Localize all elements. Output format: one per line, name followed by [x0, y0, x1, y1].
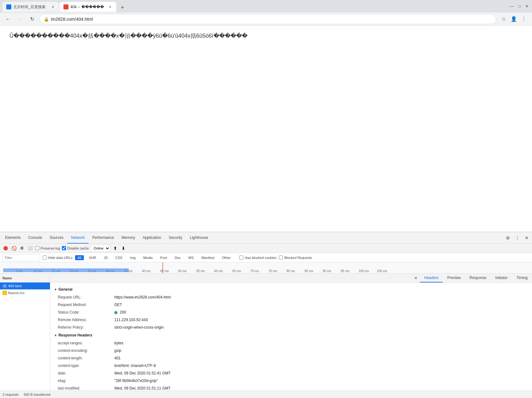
devtools-settings-icon[interactable]: ⚙ [504, 234, 512, 242]
headers-tab-headers[interactable]: Headers [420, 274, 443, 282]
request-url-value[interactable]: https://www.im2828.com/404.html [114, 294, 528, 300]
devtools-tab-security[interactable]: Security [165, 232, 186, 244]
import-button[interactable]: ⬆ [112, 245, 118, 251]
remote-address-label: Remote Address: [58, 317, 114, 323]
file-item-404[interactable]: H 404.html [0, 282, 50, 289]
content-encoding-value: gzip [114, 348, 528, 353]
record-button[interactable] [3, 245, 9, 251]
headers-tab-timing[interactable]: Timing [512, 274, 532, 282]
devtools-tab-network[interactable]: Network [67, 232, 89, 244]
filter-type-img[interactable]: Img [128, 255, 138, 260]
tab-title-baidu: 北京时间_百度搜索 [13, 4, 46, 10]
date-row: date: Wed, 09 Dec 2020 01:51:41 GMT [50, 369, 532, 377]
remote-address-value: 111.229.103.92:443 [114, 317, 528, 323]
tab-close-baidu[interactable]: ✕ [50, 4, 55, 9]
filter-type-xhr[interactable]: XHR [86, 255, 99, 260]
tick-40ms: 40 ms [142, 269, 150, 273]
url-box[interactable]: 🔒 im2828.com/404.html [40, 14, 496, 24]
panel-close-button[interactable]: ✕ [412, 274, 420, 282]
headers-tab-response[interactable]: Response [465, 274, 491, 282]
devtools-tab-sources[interactable]: Sources [46, 232, 67, 244]
devtools-toolbar-icons: ⚙ ⋮ ✕ [504, 234, 531, 242]
tab-baidu[interactable]: 北京时间_百度搜索 ✕ [3, 2, 59, 12]
tick-85ms: 85 ms [305, 269, 313, 273]
new-tab-button[interactable]: + [118, 3, 127, 12]
page-main-text: Û����������404x�括����x�治����ÿ6û�6ù'û404x… [0, 26, 532, 46]
headers-tab-preview[interactable]: Preview [443, 274, 465, 282]
tab-404[interactable]: 404 -- ������ ✕ [60, 2, 116, 12]
request-bar-1 [3, 268, 129, 272]
preserve-log-label[interactable]: Preserve log [35, 246, 60, 250]
devtools-more-icon[interactable]: ⋮ [513, 234, 521, 242]
file-item-favicon[interactable]: I favicon.ico [0, 289, 50, 296]
clear-button[interactable]: 🚫 [11, 245, 17, 251]
status-code-value: 200 [114, 309, 528, 315]
filter-type-manifest[interactable]: Manifest [199, 255, 217, 260]
etag-name: etag: [58, 378, 114, 384]
etag-value: "26f-5b5fe4b37e20d-gzip" [114, 378, 528, 384]
filter-type-other[interactable]: Other [220, 255, 233, 260]
tick-50ms: 50 ms [178, 269, 187, 273]
devtools-tab-elements[interactable]: Elements [1, 232, 24, 244]
referrer-policy-value: strict-origin-when-cross-origin [114, 325, 528, 330]
filter-input[interactable] [3, 254, 40, 261]
filter-toggle-icon[interactable]: ⬜ [27, 245, 33, 251]
accept-ranges-row: accept-ranges: bytes [50, 339, 532, 347]
search-icon: ⚙ [19, 245, 25, 251]
devtools-tab-application[interactable]: Application [139, 232, 165, 244]
devtools-close-icon[interactable]: ✕ [523, 234, 531, 242]
filter-type-doc[interactable]: Doc [172, 255, 183, 260]
export-button[interactable]: ⬇ [120, 245, 127, 251]
disable-cache-label[interactable]: Disable cache [62, 246, 89, 250]
headers-content: ▼ General Request URL: https://www.im282… [50, 283, 532, 398]
bookmark-button[interactable]: ☆ [499, 15, 508, 24]
accept-ranges-name: accept-ranges: [58, 340, 114, 346]
file-type-icon-html: H [3, 284, 7, 288]
general-section-header[interactable]: ▼ General [50, 285, 532, 293]
blocked-requests-label[interactable]: Blocked Requests [279, 255, 312, 260]
devtools-tab-console[interactable]: Console [24, 232, 46, 244]
filter-type-js[interactable]: JS [101, 255, 110, 260]
throttle-select[interactable]: Online [91, 245, 110, 252]
has-blocked-cookies-checkbox[interactable] [239, 255, 243, 260]
tab-favicon-404 [63, 4, 68, 9]
network-toolbar: 🚫 ⚙ ⬜ Preserve log Disable cache Online … [0, 244, 532, 253]
devtools-tab-bar: Elements Console Sources Network Perform… [0, 232, 532, 244]
content-type-value: text/html; charset=UTF-8 [114, 363, 528, 368]
response-headers-title: Response Headers [58, 333, 92, 337]
close-window-button[interactable]: ✕ [524, 4, 529, 9]
menu-button[interactable]: ⋮ [519, 15, 528, 24]
devtools-tab-performance[interactable]: Performance [89, 232, 118, 244]
profile-button[interactable]: 👤 [509, 15, 518, 24]
back-button[interactable]: ← [4, 15, 13, 24]
filter-type-ws[interactable]: WS [186, 255, 196, 260]
hide-data-urls-label[interactable]: Hide data URLs [43, 255, 73, 260]
disable-cache-checkbox[interactable] [62, 246, 66, 250]
minimize-button[interactable]: — [509, 4, 514, 9]
referrer-policy-row: Referrer Policy: strict-origin-when-cros… [50, 324, 532, 331]
hide-data-urls-checkbox[interactable] [43, 255, 47, 260]
maximize-button[interactable]: □ [517, 4, 522, 9]
file-name-favicon: favicon.ico [8, 291, 24, 295]
devtools-tab-memory[interactable]: Memory [118, 232, 139, 244]
preserve-log-checkbox[interactable] [35, 246, 39, 250]
window-controls: — □ ✕ [509, 4, 529, 9]
forward-button[interactable]: → [16, 15, 24, 24]
request-url-label: Request URL: [58, 294, 114, 300]
headers-tab-initiator[interactable]: Initiator [491, 274, 512, 282]
filter-type-font[interactable]: Font [158, 255, 170, 260]
filter-type-media[interactable]: Media [141, 255, 155, 260]
tick-95ms: 95 ms [341, 269, 349, 273]
devtools-tab-lighthouse[interactable]: Lighthouse [186, 232, 212, 244]
reload-button[interactable]: ↻ [28, 15, 36, 24]
blocked-requests-checkbox[interactable] [279, 255, 283, 260]
has-blocked-cookies-label[interactable]: Has blocked cookies [239, 255, 276, 260]
content-type-name: content-type: [58, 363, 114, 368]
tab-close-404[interactable]: ✕ [107, 4, 112, 9]
page-content: Û����������404x�括����x�治����ÿ6û�6ù'û404x… [0, 26, 532, 232]
filter-type-all[interactable]: All [75, 255, 84, 260]
general-section-title: General [58, 287, 73, 292]
filter-type-css[interactable]: CSS [113, 255, 125, 260]
tick-80ms: 80 ms [286, 269, 295, 273]
response-headers-section-header[interactable]: ▼ Response Headers [50, 331, 532, 339]
